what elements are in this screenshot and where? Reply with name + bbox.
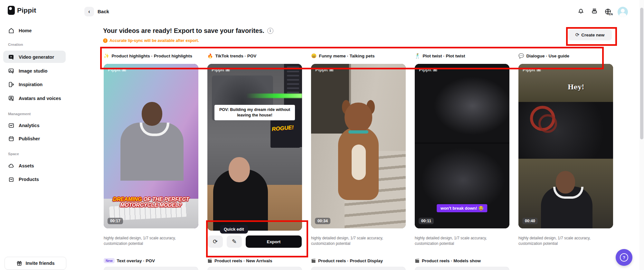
products-icon [8,176,14,183]
product-reels-icon: 🎬 [207,258,212,263]
new-badge: New [104,258,115,263]
next-template-text-overlay[interactable]: New Text overlay · POV [104,257,155,264]
product-reels-icon: 🎬 [415,258,420,263]
presenter-head [229,157,250,182]
video-description-4: highly detailed design, 1/7 scale accura… [415,235,498,246]
language-label: EN [609,13,613,16]
export-button[interactable]: Export [246,235,302,248]
regenerate-button[interactable]: ⟳ [208,235,223,248]
product-reels-icon: 🎬 [311,258,316,263]
pippit-watermark: PippitAI [523,67,541,72]
next-template-new-arrivals[interactable]: 🎬 Product reels · New Arrivals [207,257,272,264]
chevron-left-icon: ‹ [88,9,90,15]
sidebar-section-space: Space [8,152,19,156]
hey-caption: Hey! [568,83,584,91]
lipsync-warning: ! Accurate lip-sync will be available af… [103,38,199,43]
video-description-1: highly detailed design, 1/7 scale accura… [104,235,187,246]
presenter-head [142,102,162,126]
scrollbar-track[interactable] [639,0,644,270]
video-generator-icon [8,54,14,60]
next-row-card-top[interactable] [415,267,509,270]
sidebar-item-video-generator[interactable]: Video generator [0,53,79,61]
language-button[interactable]: EN [604,7,612,16]
pencil-icon: ✎ [232,238,237,245]
inspiration-icon [8,81,14,88]
next-template-models-show[interactable]: 🎬 Product reels · Models show [415,257,481,264]
doorway-shape [311,64,351,134]
user-avatar[interactable] [618,7,628,17]
card-header-tiktok-trends[interactable]: 🔥 TikTok trends · POV [207,52,256,60]
poster-rogue-text: ROGUE! [271,124,294,133]
dog-collar [348,130,368,134]
speech-bubble-icon: 💬 [518,53,524,58]
video-thumbnail-1[interactable]: PippitAI DREAMING OF THE PERFECT MOTORCY… [104,64,198,228]
sidebar-item-assets[interactable]: Assets [0,162,79,170]
video-thumbnail-2[interactable]: RYDER ROGUE! POV: Building my dream ride… [207,64,302,231]
pippit-watermark: PippitAI [212,67,230,72]
quick-edit-button[interactable]: ✎ [227,235,242,248]
pippit-watermark: PippitAI [108,67,126,72]
warning-text: Accurate lip-sync will be available afte… [109,38,199,43]
blurred-part-highlight [421,148,505,212]
notifications-button[interactable] [577,7,585,16]
sidebar-item-avatars[interactable]: Avatars and voices [0,94,79,103]
dog-chest-patch [352,145,366,180]
card-header-product-highlights[interactable]: ✨ Product highlights · Product highlight… [104,52,192,60]
sidebar-item-image-studio[interactable]: Image studio [0,67,79,75]
pov-caption-overlay: POV: Building my dream ride without leav… [214,105,295,120]
brand-name: Pippit [17,6,36,14]
next-row-card-top[interactable] [104,267,198,270]
sidebar-item-home[interactable]: Home [0,26,79,35]
caption-overlay: DREAMING OF THE PERFECT MOTORCYCLE MODEL… [106,196,196,208]
pippit-app: Pippit Home Creation Video generator Ima… [0,0,644,270]
refresh-icon: ⟳ [213,238,218,245]
next-template-product-display[interactable]: 🎬 Product reels · Product Display [311,257,383,264]
pippit-watermark: PippitAI [419,67,437,72]
pippit-watermark: PippitAI [315,67,334,72]
assets-icon [8,163,14,169]
globe-icon: EN [604,8,611,15]
video-thumbnail-5[interactable]: Hey! PippitAI 00:40 [518,64,613,228]
sparkles-icon: ✨ [104,53,109,58]
invite-friends-button[interactable]: Invite friends [5,257,66,270]
sidebar-item-products[interactable]: Products [0,175,79,184]
page-title-row: Your videos are ready! Export to save yo… [103,27,273,35]
back-button[interactable]: ‹ [84,7,94,16]
dog-head [345,103,372,132]
app-logo[interactable]: Pippit [8,6,36,15]
sidebar-section-creation: Creation [8,43,23,46]
scrollbar-thumb[interactable] [640,8,643,139]
info-icon[interactable]: i [267,28,273,34]
pippit-logo-icon [8,6,15,15]
duration-badge: 00:11 [419,218,434,224]
sidebar-item-publisher[interactable]: Publisher [0,135,79,143]
sidebar-section-management: Management [8,112,31,116]
duration-badge: 00:34 [315,218,330,224]
gift-icon [16,260,23,266]
next-row-card-top[interactable] [311,267,406,270]
question-mark-icon: ? [620,253,628,262]
dancer-icon: 🕺 [415,53,420,58]
sidebar-item-inspiration[interactable]: Inspiration [0,80,79,89]
help-button[interactable]: ? [616,249,632,266]
next-row-card-top[interactable] [207,267,302,270]
back-label: Back [98,9,109,14]
video-thumbnail-4[interactable]: won't break down! 😂 PippitAI 00:11 [415,64,509,228]
create-new-button[interactable]: ⟳ Create new [568,29,612,40]
video-description-5: highly detailed design, 1/7 scale accura… [518,235,601,246]
refresh-icon: ⟳ [575,32,580,38]
image-studio-icon [8,68,14,74]
home-icon [8,27,14,34]
printer-icon [591,7,598,16]
avatars-icon [8,95,14,102]
card-header-funny-meme[interactable]: 😄 Funny meme · Talking pets [311,52,375,60]
analytics-icon [8,122,14,129]
laughing-face-icon: 😄 [311,53,317,58]
fire-icon: 🔥 [207,53,213,58]
print-orders-button[interactable] [590,7,599,16]
card-header-plot-twist[interactable]: 🕺 Plot twist · Plot twist [415,52,465,60]
sidebar-item-analytics[interactable]: Analytics [0,121,79,130]
video-thumbnail-3[interactable]: PippitAI 00:34 [311,64,406,228]
card-header-dialogue[interactable]: 💬 Dialogue · Use guide [518,52,569,60]
green-laser-streak [246,94,302,98]
